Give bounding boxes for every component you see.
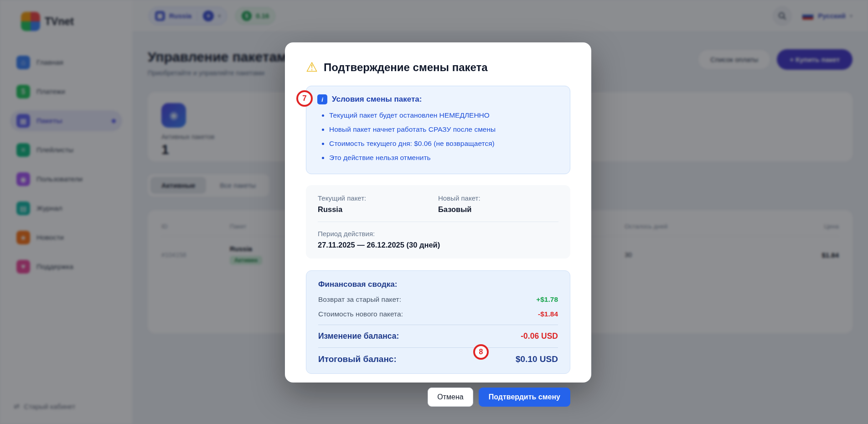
final-balance-label: Итоговый баланс:	[318, 354, 397, 364]
new-package-value: Базовый	[438, 205, 558, 214]
package-details-box: Текущий пакет: Russia Новый пакет: Базов…	[306, 185, 570, 259]
package-change-confirmation-modal: ⚠ Подтверждение смены пакета i Условия с…	[285, 42, 591, 383]
cancel-button[interactable]: Отмена	[428, 388, 473, 407]
new-cost-row: Стоимость нового пакета: -$1.84	[318, 310, 558, 318]
modal-title: Подтверждение смены пакета	[324, 61, 488, 74]
financial-summary-box: Финансовая сводка: Возврат за старый пак…	[306, 270, 570, 374]
final-balance-value: $0.10 USD	[516, 354, 558, 364]
balance-change-row: Изменение баланса: -0.06 USD	[318, 331, 558, 341]
conditions-info-box: i Условия смены пакета: Текущий пакет бу…	[306, 86, 570, 174]
info-icon: i	[317, 94, 327, 104]
new-cost-value: -$1.84	[538, 310, 558, 318]
period-value: 27.11.2025 — 26.12.2025 (30 дней)	[318, 241, 558, 249]
refund-row: Возврат за старый пакет: +$1.78	[318, 295, 558, 304]
package-details-grid: Текущий пакет: Russia Новый пакет: Базов…	[318, 194, 558, 214]
modal-footer: Отмена Подтвердить смену	[306, 388, 570, 407]
balance-change-label: Изменение баланса:	[318, 331, 399, 341]
details-divider	[318, 222, 558, 222]
final-balance-row: Итоговый баланс: $0.10 USD	[318, 354, 558, 364]
refund-value: +$1.78	[536, 295, 558, 304]
period-label: Период действия:	[318, 230, 558, 238]
balance-change-value: -0.06 USD	[521, 331, 558, 341]
annotation-step-7: 7	[296, 90, 313, 107]
new-cost-label: Стоимость нового пакета:	[318, 310, 403, 318]
finance-divider	[318, 347, 558, 348]
current-package-label: Текущий пакет:	[318, 194, 438, 202]
condition-item: Текущий пакет будет остановлен НЕМЕДЛЕНН…	[329, 110, 559, 121]
warning-icon: ⚠	[306, 61, 318, 74]
conditions-title: Условия смены пакета:	[332, 95, 422, 104]
conditions-list: Текущий пакет будет остановлен НЕМЕДЛЕНН…	[329, 110, 559, 163]
conditions-header: i Условия смены пакета:	[317, 94, 559, 104]
condition-item: Стоимость текущего дня: $0.06 (не возвра…	[329, 138, 559, 149]
confirm-change-button[interactable]: Подтвердить смену	[479, 388, 570, 407]
refund-label: Возврат за старый пакет:	[318, 295, 401, 304]
condition-item: Это действие нельзя отменить	[329, 152, 559, 163]
condition-item: Новый пакет начнет работать СРАЗУ после …	[329, 124, 559, 135]
finance-divider	[318, 325, 558, 325]
current-package-value: Russia	[318, 205, 438, 214]
new-package-label: Новый пакет:	[438, 194, 558, 202]
annotation-step-8: 8	[473, 344, 489, 360]
modal-header: ⚠ Подтверждение смены пакета	[306, 61, 570, 74]
financial-summary-title: Финансовая сводка:	[318, 280, 558, 289]
